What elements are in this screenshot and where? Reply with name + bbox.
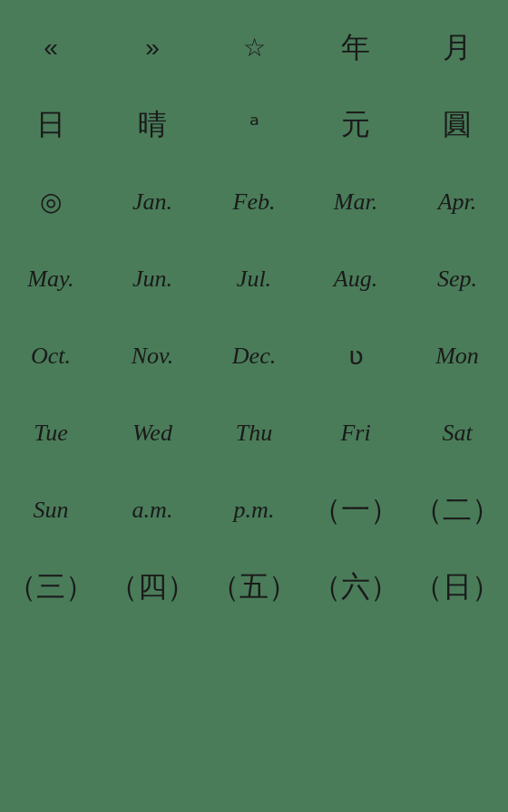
april-label[interactable]: Apr. bbox=[406, 163, 508, 240]
august-label[interactable]: Aug. bbox=[305, 240, 406, 317]
emoji-grid: «»☆年月日晴ᵃ元圓◎Jan.Feb.Mar.Apr.May.Jun.Jul.A… bbox=[0, 0, 508, 634]
star-icon[interactable]: ☆ bbox=[203, 9, 305, 86]
yuan-label[interactable]: 元 bbox=[305, 86, 406, 163]
circle-label[interactable]: 圓 bbox=[406, 86, 508, 163]
tuesday-label[interactable]: Tue bbox=[0, 394, 102, 471]
september-label[interactable]: Sep. bbox=[406, 240, 508, 317]
sunny-label[interactable]: 晴 bbox=[102, 86, 203, 163]
month-label[interactable]: 月 bbox=[406, 9, 508, 86]
thursday-label[interactable]: Thu bbox=[203, 394, 305, 471]
number-three-paren[interactable]: （三） bbox=[0, 548, 102, 625]
number-six-paren[interactable]: （六） bbox=[305, 548, 406, 625]
number-two-paren[interactable]: （二） bbox=[406, 471, 508, 548]
double-left-arrow[interactable]: « bbox=[0, 9, 102, 86]
monday-label[interactable]: Mon bbox=[406, 317, 508, 394]
check-symbol[interactable]: ʋ bbox=[305, 317, 406, 394]
bullseye-icon[interactable]: ◎ bbox=[0, 163, 102, 240]
sunday-label[interactable]: Sun bbox=[0, 471, 102, 548]
saturday-label[interactable]: Sat bbox=[406, 394, 508, 471]
partly-cloudy-icon[interactable]: ᵃ bbox=[203, 86, 305, 163]
number-one-paren[interactable]: （一） bbox=[305, 471, 406, 548]
number-day-paren[interactable]: （日） bbox=[406, 548, 508, 625]
december-label[interactable]: Dec. bbox=[203, 317, 305, 394]
march-label[interactable]: Mar. bbox=[305, 163, 406, 240]
number-four-paren[interactable]: （四） bbox=[102, 548, 203, 625]
pm-label[interactable]: p.m. bbox=[203, 471, 305, 548]
july-label[interactable]: Jul. bbox=[203, 240, 305, 317]
year-label[interactable]: 年 bbox=[305, 9, 406, 86]
am-label[interactable]: a.m. bbox=[102, 471, 203, 548]
wednesday-label[interactable]: Wed bbox=[102, 394, 203, 471]
february-label[interactable]: Feb. bbox=[203, 163, 305, 240]
number-five-paren[interactable]: （五） bbox=[203, 548, 305, 625]
october-label[interactable]: Oct. bbox=[0, 317, 102, 394]
january-label[interactable]: Jan. bbox=[102, 163, 203, 240]
november-label[interactable]: Nov. bbox=[102, 317, 203, 394]
double-right-arrow[interactable]: » bbox=[102, 9, 203, 86]
may-label[interactable]: May. bbox=[0, 240, 102, 317]
day-label[interactable]: 日 bbox=[0, 86, 102, 163]
june-label[interactable]: Jun. bbox=[102, 240, 203, 317]
friday-label[interactable]: Fri bbox=[305, 394, 406, 471]
